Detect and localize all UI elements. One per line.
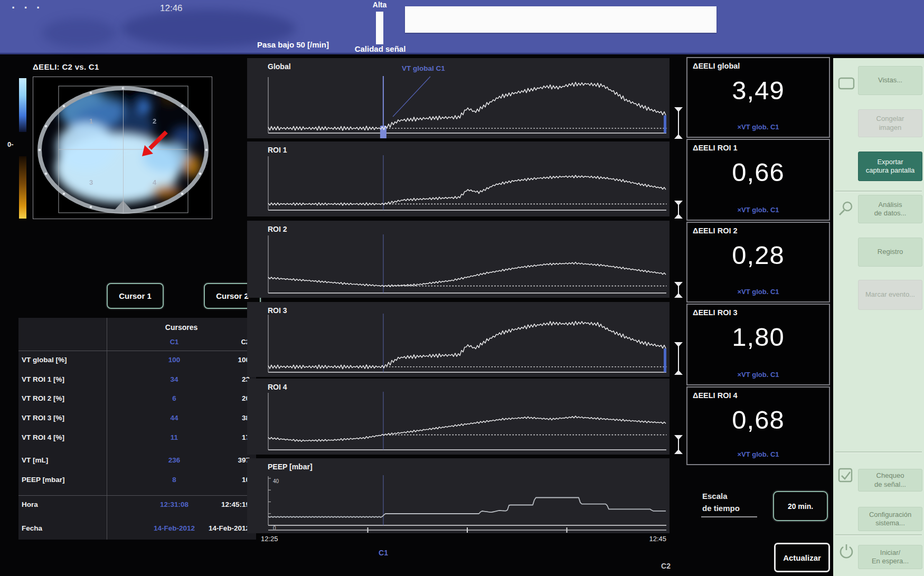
redacted-smudge <box>42 18 116 48</box>
row-label: VT [mL] <box>22 456 48 464</box>
deeli-tile-unit: ×VT glob. C1 <box>687 288 829 296</box>
c2-value: 23 <box>193 375 250 383</box>
action-sidebar: Vistas...Congelar imagenExportar captura… <box>833 58 924 576</box>
chart-title: PEEP [mbar] <box>268 462 313 471</box>
eit-tomogram-image: 1234 <box>33 77 212 219</box>
svg-text:1: 1 <box>89 117 93 125</box>
colorbar-zero-label: 0- <box>7 140 14 148</box>
c2-value: 10 <box>193 476 250 484</box>
deeli-tile-unit: ×VT glob. C1 <box>687 206 829 214</box>
colorbar-positive <box>19 78 26 132</box>
timescale-label-line2: de tiempo <box>702 504 740 513</box>
eit-image-title: ΔEELI: C2 vs. C1 <box>33 62 99 71</box>
trend-chart-global[interactable]: GlobalVT global C1 <box>247 58 670 138</box>
trend-chart-roi-1[interactable]: ROI 1 <box>247 141 670 216</box>
chart-title: Global <box>268 62 291 71</box>
patient-banner-field <box>405 6 716 33</box>
c2-value: 14-Feb-2012 <box>193 524 250 532</box>
time-axis-end: 12:45 <box>628 535 666 543</box>
chart-title: ROI 4 <box>268 383 287 391</box>
svg-text:3: 3 <box>89 178 93 186</box>
record-button[interactable]: Registro <box>858 238 922 267</box>
views-button[interactable]: Vistas... <box>858 66 922 95</box>
deeli-value-tile: ΔEELI ROI 10,66×VT glob. C1 <box>686 139 830 221</box>
row-label: VT ROI 2 [%] <box>22 394 64 402</box>
deeli-tile-value: 0,28 <box>687 240 829 270</box>
deeli-value-tile: ΔEELI ROI 31,80×VT glob. C1 <box>686 304 830 385</box>
c2-value: 38 <box>193 414 250 422</box>
deeli-tile-unit: ×VT glob. C1 <box>687 371 829 379</box>
eit-monitor-screen: · · · 12:46 Pasa bajo 50 [/min] Alta Cal… <box>0 0 924 576</box>
magnifier-icon <box>837 200 855 218</box>
cursor1-axis-label[interactable]: C1 <box>372 549 394 557</box>
deeli-tile-title: ΔEELI ROI 2 <box>693 226 738 235</box>
cursor-values-table: Cursores C1 C2 VT global [%]100100VT ROI… <box>18 318 256 540</box>
trend-chart-roi-4[interactable]: ROI 4 <box>247 379 670 455</box>
deeli-tile-value: 0,66 <box>687 157 829 187</box>
deeli-range-marker-icon[interactable] <box>674 282 683 300</box>
cursor2-bar[interactable] <box>664 348 666 372</box>
row-label: Hora <box>22 501 38 508</box>
freeze-image-button: Congelar imagen <box>858 109 922 137</box>
svg-text:4: 4 <box>153 178 157 186</box>
menu-dots-icon[interactable]: · · · <box>12 1 43 15</box>
deeli-tile-title: ΔEELI ROI 1 <box>693 144 738 152</box>
deeli-tile-title: ΔEELI global <box>693 62 740 70</box>
row-label: PEEP [mbar] <box>22 476 65 484</box>
c2-value: 17 <box>193 433 250 441</box>
row-label: VT ROI 3 [%] <box>22 414 64 422</box>
cursor1-button[interactable]: Cursor 1 <box>107 283 164 309</box>
cursor1-handle[interactable] <box>380 126 386 138</box>
svg-text:40: 40 <box>273 478 279 484</box>
svg-text:2: 2 <box>153 117 156 125</box>
signal-quality-label: Calidad señal <box>348 44 412 53</box>
row-label: VT ROI 4 [%] <box>22 433 64 441</box>
vt-global-c1-annotation: VT global C1 <box>402 64 445 72</box>
start-standby-button[interactable]: Iniciar/ En espera... <box>858 545 922 569</box>
chart-title: ROI 2 <box>268 225 287 233</box>
signal-check-button[interactable]: Chequeo de señal... <box>858 469 922 492</box>
timescale-value-button[interactable]: 20 min. <box>773 491 828 521</box>
deeli-tile-title: ΔEELI ROI 4 <box>693 391 738 400</box>
deeli-tile-unit: ×VT glob. C1 <box>687 123 829 131</box>
deeli-range-marker-icon[interactable] <box>674 435 683 456</box>
trend-chart-roi-3[interactable]: ROI 3 <box>247 302 670 377</box>
deeli-tile-title: ΔEELI ROI 3 <box>693 308 738 317</box>
c2-value: 397 <box>193 456 250 464</box>
deeli-range-marker-icon[interactable] <box>674 107 683 141</box>
column-header-c2: C2 <box>193 338 250 346</box>
deeli-tile-unit: ×VT glob. C1 <box>687 450 829 458</box>
update-button[interactable]: Actualizar <box>774 543 830 572</box>
checkbox-icon <box>837 467 854 484</box>
mark-event-button: Marcar evento... <box>858 280 922 310</box>
chart-title: ROI 3 <box>268 306 287 315</box>
deeli-value-tile: ΔEELI ROI 20,28×VT glob. C1 <box>686 222 830 303</box>
data-analysis-button[interactable]: Análisis de datos... <box>858 195 922 223</box>
signal-quality-value: Alta <box>363 1 396 9</box>
timescale-label-line1: Escala <box>702 492 728 501</box>
export-screenshot-button[interactable]: Exportar captura pantalla <box>858 152 922 181</box>
trend-chart-roi-2[interactable]: ROI 2 <box>247 221 670 298</box>
deeli-range-marker-icon[interactable] <box>674 201 683 221</box>
row-label: VT global [%] <box>22 356 67 364</box>
display-icon <box>837 77 855 91</box>
time-axis-start: 12:25 <box>261 535 278 543</box>
colorbar-negative <box>19 156 26 219</box>
deeli-value-tile: ΔEELI global3,49×VT glob. C1 <box>686 57 830 138</box>
signal-quality-bar <box>376 12 383 44</box>
row-label: VT ROI 1 [%] <box>22 375 64 383</box>
trend-chart-peep-mbar-[interactable]: PEEP [mbar]400 <box>247 458 670 533</box>
top-status-bar: · · · 12:46 Pasa bajo 50 [/min] Alta Cal… <box>0 0 924 54</box>
deeli-tile-value: 3,49 <box>687 75 829 105</box>
power-icon <box>838 543 855 561</box>
c2-value: 12:45:19 <box>193 501 250 508</box>
cursor2-bar[interactable] <box>664 116 666 133</box>
cursor2-axis-label[interactable]: C2 <box>655 562 677 570</box>
deeli-value-tile: ΔEELI ROI 40,68×VT glob. C1 <box>686 386 830 465</box>
row-label: Fecha <box>22 524 42 532</box>
deeli-tile-value: 1,80 <box>687 322 829 352</box>
deeli-range-marker-icon[interactable] <box>674 342 683 377</box>
timescale-underline <box>701 516 757 517</box>
system-config-button[interactable]: Configuración sistema... <box>858 507 922 531</box>
lowpass-filter-label: Pasa bajo 50 [/min] <box>238 40 348 49</box>
